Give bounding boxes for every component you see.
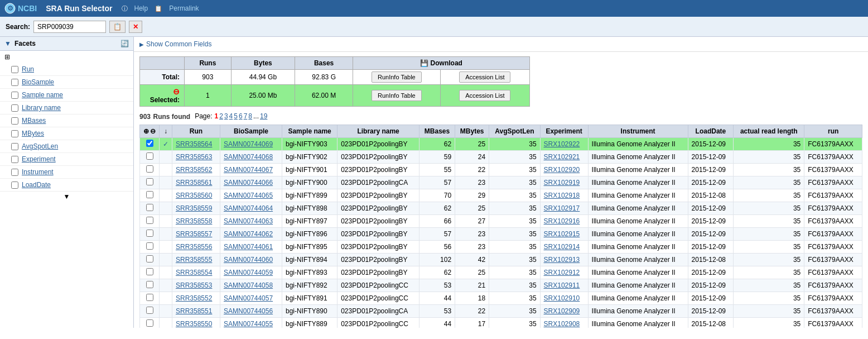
facet-label-instrument[interactable]: Instrument (22, 168, 54, 176)
page-link-19[interactable]: 19 (260, 112, 267, 120)
run-link-9[interactable]: SRR358555 (176, 256, 212, 264)
row-checkbox-7[interactable] (146, 230, 153, 237)
facet-label-sample_name[interactable]: Sample name (22, 91, 63, 99)
run-link-5[interactable]: SRR358559 (176, 204, 212, 212)
sidebar-scroll-down[interactable]: ▼ (0, 192, 133, 202)
biosample-link-4[interactable]: SAMN00744065 (224, 192, 273, 199)
search-copy-button[interactable]: 📋 (109, 21, 126, 33)
row-checkbox-1[interactable] (146, 152, 153, 160)
sort-down-icon[interactable]: ↓ (164, 127, 167, 135)
row-checkbox-10[interactable] (146, 268, 153, 275)
facet-label-loaddate[interactable]: LoadDate (22, 181, 51, 189)
run-link-12[interactable]: SRR358552 (176, 294, 212, 302)
page-link-2[interactable]: 2 (219, 112, 223, 120)
facet-checkbox-library_name[interactable] (11, 104, 18, 112)
experiment-link-3[interactable]: SRX102919 (544, 179, 580, 187)
run-link-6[interactable]: SRR358558 (176, 217, 212, 225)
experiment-link-11[interactable]: SRX102911 (544, 281, 580, 289)
facets-collapse-icon[interactable]: ▼ (4, 40, 11, 47)
biosample-link-2[interactable]: SAMN00744067 (224, 166, 273, 174)
page-link-8[interactable]: 8 (248, 112, 252, 120)
experiment-link-4[interactable]: SRX102918 (544, 192, 580, 199)
biosample-link-1[interactable]: SAMN00744068 (224, 153, 273, 161)
experiment-link-1[interactable]: SRX102921 (544, 153, 580, 161)
search-clear-button[interactable]: ✕ (129, 21, 142, 33)
run-link-13[interactable]: SRR358551 (176, 307, 212, 315)
row-checkbox-6[interactable] (146, 217, 153, 224)
row-checkbox-4[interactable] (146, 191, 153, 198)
biosample-link-3[interactable]: SAMN00744066 (224, 179, 273, 187)
facet-checkbox-mbytes[interactable] (11, 130, 18, 137)
sidebar-item-experiment[interactable]: Experiment (0, 153, 133, 166)
sidebar-item-run[interactable]: Run (0, 63, 133, 76)
sidebar-item-instrument[interactable]: Instrument (0, 166, 133, 179)
biosample-link-0[interactable]: SAMN00744069 (224, 140, 273, 148)
experiment-link-8[interactable]: SRX102914 (544, 243, 580, 251)
facet-label-library_name[interactable]: Library name (22, 104, 61, 112)
experiment-link-9[interactable]: SRX102913 (544, 256, 580, 264)
check-select-icon[interactable]: ⊕ (143, 127, 149, 135)
run-link-2[interactable]: SRR358562 (176, 166, 212, 174)
run-link-11[interactable]: SRR358553 (176, 281, 212, 289)
run-link-10[interactable]: SRR358554 (176, 269, 212, 276)
page-link-7[interactable]: 7 (244, 112, 248, 120)
sidebar-item-library_name[interactable]: Library name (0, 102, 133, 114)
facet-label-mbases[interactable]: MBases (22, 117, 46, 125)
row-checkbox-13[interactable] (146, 307, 153, 314)
facet-checkbox-experiment[interactable] (11, 156, 18, 163)
experiment-link-12[interactable]: SRX102910 (544, 294, 580, 302)
experiment-link-13[interactable]: SRX102909 (544, 307, 580, 315)
row-checkbox-2[interactable] (146, 165, 153, 173)
experiment-link-14[interactable]: SRX102908 (544, 320, 580, 328)
sidebar-item-sample_name[interactable]: Sample name (0, 89, 133, 102)
total-runinfo-button[interactable]: RunInfo Table (372, 71, 422, 83)
facet-label-experiment[interactable]: Experiment (22, 155, 56, 163)
row-checkbox-3[interactable] (146, 178, 153, 185)
run-link-7[interactable]: SRR358557 (176, 230, 212, 238)
common-fields-link[interactable]: Show Common Fields (146, 40, 211, 48)
row-checkbox-9[interactable] (146, 255, 153, 262)
row-checkbox-0[interactable] (146, 140, 153, 147)
facet-label-mbytes[interactable]: MBytes (22, 130, 44, 137)
selected-runinfo-button[interactable]: RunInfo Table (372, 90, 422, 101)
row-checkbox-11[interactable] (146, 281, 153, 288)
row-checkbox-14[interactable] (146, 319, 153, 327)
search-input[interactable] (33, 21, 106, 33)
biosample-link-5[interactable]: SAMN00744064 (224, 204, 273, 212)
facet-label-run[interactable]: Run (22, 65, 34, 73)
page-link-6[interactable]: 6 (239, 112, 243, 120)
experiment-link-7[interactable]: SRX102915 (544, 230, 580, 238)
experiment-link-6[interactable]: SRX102916 (544, 217, 580, 225)
facets-refresh-icon[interactable]: 🔄 (120, 40, 129, 47)
run-link-14[interactable]: SRR358550 (176, 320, 212, 328)
permalink-link[interactable]: Permalink (169, 4, 199, 12)
experiment-link-2[interactable]: SRX102920 (544, 166, 580, 174)
sidebar-item-biosample[interactable]: BioSample (0, 76, 133, 89)
run-link-3[interactable]: SRR358561 (176, 179, 212, 187)
biosample-link-12[interactable]: SAMN00744057 (224, 294, 273, 302)
row-checkbox-5[interactable] (146, 204, 153, 211)
biosample-link-14[interactable]: SAMN00744055 (224, 320, 273, 328)
sidebar-item-loaddate[interactable]: LoadDate (0, 179, 133, 192)
row-checkbox-12[interactable] (146, 294, 153, 301)
biosample-link-9[interactable]: SAMN00744060 (224, 256, 273, 264)
biosample-link-10[interactable]: SAMN00744059 (224, 269, 273, 276)
facet-checkbox-loaddate[interactable] (11, 182, 18, 189)
selected-accession-button[interactable]: Accession List (459, 90, 510, 101)
check-deselect-icon[interactable]: ⊖ (150, 127, 156, 135)
page-link-3[interactable]: 3 (224, 112, 228, 120)
help-link[interactable]: Help (134, 4, 148, 12)
page-link-4[interactable]: 4 (229, 112, 233, 120)
run-link-4[interactable]: SRR358560 (176, 192, 212, 199)
facet-checkbox-mbases[interactable] (11, 117, 18, 125)
row-checkbox-8[interactable] (146, 242, 153, 250)
run-link-0[interactable]: SRR358564 (176, 140, 212, 148)
experiment-link-0[interactable]: SRX102922 (544, 140, 580, 148)
page-link-5[interactable]: 5 (234, 112, 238, 120)
sidebar-item-mbases[interactable]: MBases (0, 114, 133, 127)
sidebar-item-mbytes[interactable]: MBytes (0, 127, 133, 140)
run-link-8[interactable]: SRR358556 (176, 243, 212, 251)
biosample-link-13[interactable]: SAMN00744056 (224, 307, 273, 315)
biosample-link-11[interactable]: SAMN00744058 (224, 281, 273, 289)
facet-checkbox-run[interactable] (11, 66, 18, 73)
